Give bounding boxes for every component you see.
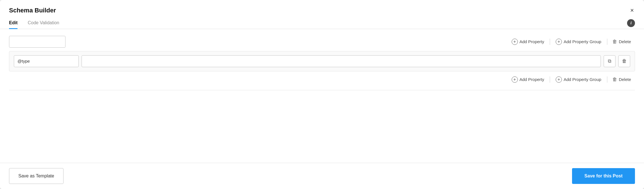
info-icon-wrap: i: [627, 19, 635, 27]
section2-action-buttons: + Add Property + Add Property Group 🗑 De…: [507, 75, 635, 84]
save-post-button[interactable]: Save for this Post: [572, 168, 635, 184]
section2-delete-button[interactable]: 🗑 Delete: [608, 75, 635, 84]
section1-property-area: ⧉ 🗑: [9, 51, 635, 71]
add-property-group-plus-icon: +: [556, 39, 562, 45]
divider3: [550, 76, 550, 83]
property-trash-icon: 🗑: [622, 58, 627, 64]
section-separator: [9, 90, 635, 90]
section1-add-property-button[interactable]: + Add Property: [507, 37, 549, 47]
add-property-plus-icon: +: [512, 39, 518, 45]
property-value-input[interactable]: [82, 55, 601, 67]
tab-edit[interactable]: Edit: [9, 17, 17, 29]
divider4: [607, 76, 607, 83]
modal-body: + Add Property + Add Property Group 🗑 De…: [0, 29, 644, 163]
tab-code-validation[interactable]: Code Validation: [28, 17, 59, 29]
divider2: [607, 39, 607, 45]
section1-trash-icon: 🗑: [612, 39, 617, 45]
property-row-1: ⧉ 🗑: [14, 55, 630, 67]
section1-delete-button[interactable]: 🗑 Delete: [608, 37, 635, 46]
tabs-bar: Edit Code Validation i: [0, 17, 644, 29]
property-key-input[interactable]: [14, 55, 79, 67]
section2-delete-label: Delete: [619, 77, 631, 82]
section1-add-property-group-label: Add Property Group: [564, 39, 601, 44]
section2-add-property-label: Add Property: [520, 77, 544, 82]
modal-title: Schema Builder: [9, 7, 56, 14]
schema-builder-modal: Schema Builder × Edit Code Validation i …: [0, 0, 644, 189]
section1-bottom-row: + Add Property + Add Property Group 🗑 De…: [9, 75, 635, 84]
copy-icon: ⧉: [608, 58, 611, 64]
section2-add-property-group-button[interactable]: + Add Property Group: [551, 75, 606, 84]
section2-add-property-group-label: Add Property Group: [564, 77, 601, 82]
section2-trash-icon: 🗑: [612, 77, 617, 82]
property-copy-button[interactable]: ⧉: [604, 55, 615, 67]
section1-action-buttons: + Add Property + Add Property Group 🗑 De…: [507, 37, 635, 47]
divider1: [550, 39, 550, 45]
section2-add-property-plus-icon: +: [512, 76, 518, 83]
section1-top-row: + Add Property + Add Property Group 🗑 De…: [9, 36, 635, 48]
section2-add-property-group-plus-icon: +: [556, 76, 562, 83]
modal-footer: Save as Template Save for this Post: [0, 163, 644, 189]
section1-add-property-group-button[interactable]: + Add Property Group: [551, 37, 606, 47]
info-icon[interactable]: i: [627, 19, 635, 27]
section1-add-property-label: Add Property: [520, 39, 544, 44]
section2-add-property-button[interactable]: + Add Property: [507, 75, 549, 84]
section1-name-input[interactable]: [9, 36, 65, 48]
section1-delete-label: Delete: [619, 39, 631, 44]
modal-header: Schema Builder ×: [0, 0, 644, 15]
save-template-button[interactable]: Save as Template: [9, 168, 63, 184]
close-button[interactable]: ×: [629, 6, 635, 15]
property-delete-button[interactable]: 🗑: [618, 55, 630, 67]
